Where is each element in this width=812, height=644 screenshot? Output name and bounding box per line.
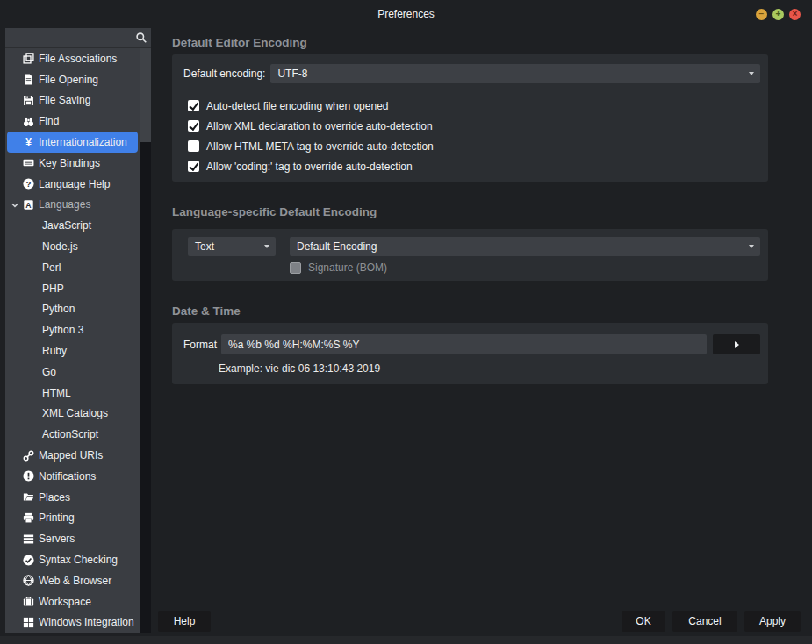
minimize-button[interactable]: −: [756, 9, 767, 20]
window-controls: −+×: [756, 9, 801, 20]
file-icon: [23, 74, 34, 85]
sidebar-item-python[interactable]: Python: [7, 299, 138, 320]
svg-text:?: ?: [26, 180, 32, 189]
section-title-language-specific: Language-specific Default Encoding: [172, 205, 768, 218]
format-input[interactable]: [221, 334, 707, 354]
language-encoding-value: Default Encoding: [297, 240, 377, 253]
checkbox-row: Auto-detect file encoding when opened: [188, 96, 760, 116]
sidebar-item-file-saving[interactable]: File Saving: [7, 90, 138, 111]
sidebar-item-places[interactable]: Places: [7, 487, 138, 508]
close-button[interactable]: ×: [789, 9, 801, 20]
default-encoding-select[interactable]: UTF-8: [270, 64, 760, 83]
sidebar-item-go[interactable]: Go: [7, 361, 138, 383]
language-select-value: Text: [195, 240, 214, 253]
sidebar-item-ruby[interactable]: Ruby: [7, 340, 138, 361]
sidebar-item-web-browser[interactable]: Web & Browser: [7, 570, 138, 591]
format-insert-button[interactable]: [713, 334, 760, 354]
language-select[interactable]: Text: [188, 237, 276, 256]
arrow-right-icon: [735, 341, 739, 348]
signature-bom-label: Signature (BOM): [308, 261, 387, 274]
sidebar-item-workspace[interactable]: Workspace: [7, 591, 138, 612]
sidebar-item-key-bindings[interactable]: Key Bindings: [7, 153, 138, 174]
sidebar-item-find[interactable]: Find: [7, 111, 138, 132]
sidebar-item-javascript[interactable]: JavaScript: [7, 215, 138, 236]
checkbox-row: Allow HTML META tag to override auto-det…: [188, 136, 760, 156]
preferences-sidebar: File AssociationsFile OpeningFile Saving…: [5, 28, 151, 633]
checkbox[interactable]: [188, 120, 199, 132]
preferences-content: Default Editor Encoding Default encoding…: [172, 28, 768, 384]
section-title-date-time: Date & Time: [172, 304, 768, 318]
language-encoding-select[interactable]: Default Encoding: [290, 237, 760, 256]
translate-icon: A: [23, 199, 34, 211]
panel-default-editor-encoding: Default encoding: UTF-8 Auto-detect file…: [172, 54, 768, 182]
sidebar-item-file-associations[interactable]: File Associations: [7, 48, 138, 69]
sidebar-item-notifications[interactable]: Notifications: [7, 466, 138, 487]
sidebar-item-node-js[interactable]: Node.js: [7, 236, 138, 257]
sidebar-item-label: Web & Browser: [39, 575, 111, 587]
alert-circle-icon: [23, 470, 34, 482]
copy-icon: [23, 53, 34, 64]
sidebar-item-perl[interactable]: Perl: [7, 257, 138, 278]
apply-button[interactable]: Apply: [744, 611, 801, 632]
sidebar-item-label: HTML: [42, 387, 71, 399]
sidebar-item-label: File Saving: [39, 94, 90, 106]
ok-button[interactable]: OK: [622, 611, 665, 632]
sidebar-item-file-opening[interactable]: File Opening: [7, 69, 138, 90]
sidebar-item-servers[interactable]: Servers: [7, 528, 138, 549]
sidebar-item-label: Workspace: [39, 596, 91, 608]
yen-icon: ¥: [23, 137, 34, 148]
sidebar-item-python-3[interactable]: Python 3: [7, 319, 138, 340]
default-encoding-value: UTF-8: [277, 68, 307, 80]
search-icon: [135, 32, 147, 44]
panel-date-time: Format Example: vie dic 06 13:10:43 2019: [172, 323, 768, 384]
printer-icon: [23, 512, 34, 524]
sidebar-item-mapped-uris[interactable]: Mapped URIs: [7, 445, 138, 466]
sidebar-item-label: Find: [39, 115, 59, 127]
maximize-button[interactable]: +: [772, 9, 784, 20]
sidebar-item-label: Places: [39, 491, 70, 504]
cancel-button[interactable]: Cancel: [672, 611, 737, 632]
signature-bom-checkbox[interactable]: [290, 262, 301, 274]
help-circle-icon: ?: [23, 178, 34, 190]
help-button[interactable]: Help: [158, 611, 211, 632]
sidebar-item-label: Key Bindings: [39, 157, 100, 169]
sidebar-item-language-help[interactable]: ?Language Help: [7, 174, 138, 195]
sidebar-item-label: Ruby: [42, 345, 67, 357]
chevron-down-icon[interactable]: [11, 201, 19, 210]
sidebar-item-xml-catalogs[interactable]: XML Catalogs: [7, 404, 138, 425]
sidebar-item-languages[interactable]: ALanguages: [7, 195, 138, 216]
sidebar-scrollbar-thumb[interactable]: [140, 48, 151, 142]
link-icon: [23, 450, 34, 462]
sidebar-item-label: Windows Integration: [39, 616, 134, 628]
chevron-down-icon: [749, 245, 754, 248]
sidebar-item-html[interactable]: HTML: [7, 383, 138, 404]
sidebar-scrollbar[interactable]: [140, 48, 151, 633]
checkbox[interactable]: [188, 161, 199, 172]
sidebar-item-label: Python: [42, 303, 75, 315]
sidebar-item-windows-integration[interactable]: Windows Integration: [7, 612, 138, 633]
checkbox-label: Auto-detect file encoding when opened: [206, 100, 389, 112]
sidebar-item-label: Go: [42, 366, 56, 378]
briefcase-icon: [23, 596, 34, 607]
checkbox[interactable]: [188, 100, 199, 111]
sidebar-item-actionscript[interactable]: ActionScript: [7, 424, 138, 445]
sidebar-item-label: Mapped URIs: [39, 449, 103, 462]
signature-bom-row: Signature (BOM): [290, 261, 760, 274]
checkbox-label: Allow 'coding:' tag to override auto-det…: [206, 161, 413, 173]
checkbox[interactable]: [188, 140, 199, 152]
sidebar-item-label: Node.js: [42, 240, 78, 253]
sidebar-item-label: ActionScript: [42, 428, 98, 440]
sidebar-tree-rows: File AssociationsFile OpeningFile Saving…: [5, 48, 140, 633]
keyboard-icon: [23, 157, 34, 168]
sidebar-item-label: Python 3: [42, 324, 83, 336]
search-input[interactable]: [5, 28, 133, 47]
sidebar-item-printing[interactable]: Printing: [7, 508, 138, 529]
checkbox-label: Allow XML declaration to override auto-d…: [206, 120, 433, 132]
sidebar-item-syntax-checking[interactable]: Syntax Checking: [7, 549, 138, 570]
sidebar-item-php[interactable]: PHP: [7, 278, 138, 299]
sidebar-item-label: Servers: [39, 533, 75, 545]
chevron-down-icon: [749, 72, 754, 75]
sidebar-item-label: Language Help: [39, 178, 110, 190]
sidebar-item-internationalization[interactable]: ¥Internationalization: [7, 132, 138, 153]
default-encoding-label: Default encoding:: [183, 68, 265, 80]
